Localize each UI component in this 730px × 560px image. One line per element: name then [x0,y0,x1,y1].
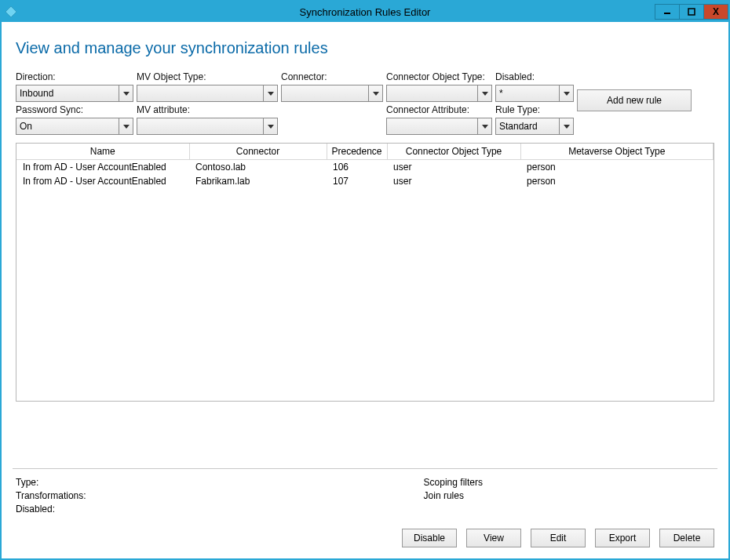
chevron-down-icon [477,118,491,134]
password-sync-label: Password Sync: [16,104,133,115]
svg-marker-0 [5,6,16,17]
detail-disabled: Disabled: [16,504,86,515]
mv-attribute-label: MV attribute: [137,104,278,115]
direction-label: Direction: [16,71,133,82]
chevron-down-icon [559,118,573,134]
mv-object-type-label: MV Object Type: [137,71,278,82]
connector-object-type-dropdown[interactable] [386,85,492,102]
chevron-down-icon [263,118,277,134]
chevron-down-icon [263,85,277,101]
connector-dropdown[interactable] [281,85,383,102]
add-new-rule-button[interactable]: Add new rule [577,89,692,111]
detail-scoping: Scoping filters [424,477,483,488]
titlebar[interactable]: Synchronization Rules Editor X [2,2,728,22]
action-bar: Disable View Edit Export Delete [16,529,714,547]
password-sync-value: On [20,121,32,132]
connector-label: Connector: [281,71,383,82]
col-precedence[interactable]: Precedence [327,144,387,159]
rule-type-value: Standard [499,121,538,132]
col-metaverse-object-type[interactable]: Metaverse Object Type [520,144,713,159]
mv-object-type-dropdown[interactable] [137,85,278,102]
table-row[interactable]: In from AD - User AccountEnabledContoso.… [16,159,714,174]
col-connector-object-type[interactable]: Connector Object Type [387,144,520,159]
content-area: View and manage your synchronization rul… [2,22,728,558]
detail-transformations: Transformations: [16,490,86,501]
export-button[interactable]: Export [595,529,650,547]
connector-object-type-label: Connector Object Type: [386,71,492,82]
disabled-label: Disabled: [495,71,574,82]
cell-precedence: 106 [327,159,387,174]
direction-dropdown[interactable]: Inbound [16,85,133,102]
col-connector[interactable]: Connector [189,144,327,159]
divider [13,468,717,469]
chevron-down-icon [559,85,573,101]
close-button[interactable]: X [703,4,728,20]
disabled-value: * [499,88,503,99]
cell-connector: Contoso.lab [189,159,327,174]
disable-button[interactable]: Disable [402,529,457,547]
app-icon [2,2,20,21]
cell-cot: user [387,174,520,188]
maximize-button[interactable] [679,4,704,20]
table-header-row: Name Connector Precedence Connector Obje… [16,144,714,159]
col-name[interactable]: Name [16,144,189,159]
svg-rect-2 [688,9,695,15]
chevron-down-icon [119,118,133,134]
detail-join: Join rules [424,490,483,501]
rule-type-label: Rule Type: [495,104,574,115]
disabled-dropdown[interactable]: * [495,85,574,102]
cell-mvt: person [520,174,713,188]
page-title: View and manage your synchronization rul… [16,39,714,57]
cell-name: In from AD - User AccountEnabled [16,159,189,174]
connector-attribute-label: Connector Attribute: [386,104,492,115]
edit-button[interactable]: Edit [531,529,586,547]
filter-panel: Direction: MV Object Type: Connector: Co… [16,71,714,135]
minimize-button[interactable] [655,4,680,20]
chevron-down-icon [368,85,382,101]
cell-precedence: 107 [327,174,387,188]
mv-attribute-dropdown[interactable] [137,118,278,135]
rules-table[interactable]: Name Connector Precedence Connector Obje… [16,143,714,402]
cell-mvt: person [520,159,713,174]
connector-attribute-dropdown[interactable] [386,118,492,135]
table-row[interactable]: In from AD - User AccountEnabledFabrikam… [16,174,714,188]
cell-name: In from AD - User AccountEnabled [16,174,189,188]
detail-panel: Type: Transformations: Disabled: Scoping… [16,477,714,515]
cell-connector: Fabrikam.lab [189,174,327,188]
rule-type-dropdown[interactable]: Standard [495,118,574,135]
window-buttons: X [655,4,728,20]
window-frame: Synchronization Rules Editor X View and … [0,0,730,560]
chevron-down-icon [477,85,491,101]
detail-type: Type: [16,477,86,488]
password-sync-dropdown[interactable]: On [16,118,133,135]
delete-button[interactable]: Delete [659,529,714,547]
window-title: Synchronization Rules Editor [2,6,728,18]
view-button[interactable]: View [466,529,521,547]
chevron-down-icon [119,85,133,101]
direction-value: Inbound [20,88,53,99]
cell-cot: user [387,159,520,174]
